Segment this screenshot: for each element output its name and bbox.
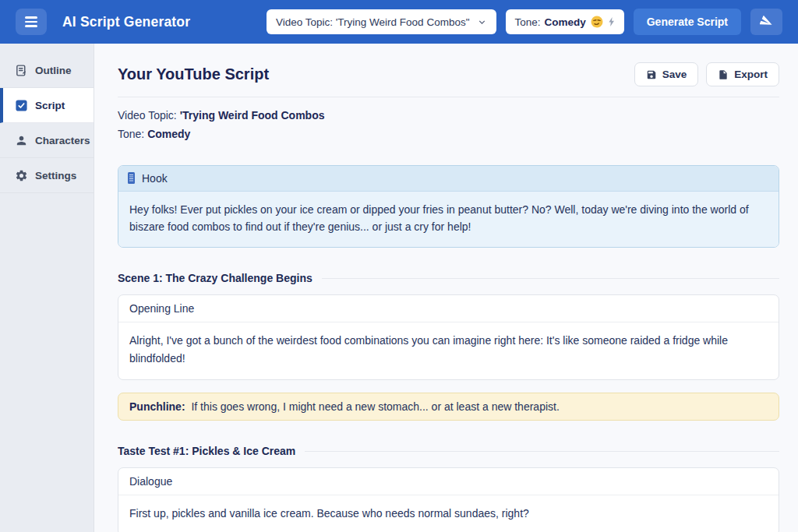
- app-window: AI Script Generator Video Topic: 'Trying…: [0, 0, 798, 532]
- hook-header: Hook: [118, 166, 779, 191]
- section-heading: Taste Test #1: Pickles & Ice Cream: [118, 445, 295, 457]
- tone-value: Comedy: [544, 16, 585, 28]
- hook-block[interactable]: Hook Hey folks! Ever put pickles on your…: [118, 165, 779, 248]
- menu-icon: [25, 16, 37, 18]
- sidebar-item-outline[interactable]: Outline: [0, 53, 94, 88]
- app-title: AI Script Generator: [62, 14, 190, 30]
- save-button[interactable]: Save: [634, 62, 699, 86]
- sidebar-item-label: Script: [35, 100, 65, 111]
- gear-icon: [15, 169, 28, 182]
- export-button[interactable]: Export: [706, 62, 779, 86]
- smirking-face-emoji: [590, 15, 604, 29]
- hook-text: Hey folks! Ever put pickles on your ice …: [118, 191, 779, 248]
- page-title: Your YouTube Script: [118, 65, 269, 83]
- topbar: AI Script Generator Video Topic: 'Trying…: [0, 0, 798, 44]
- meta-video-topic: Video Topic: 'Trying Weird Food Combos: [118, 107, 779, 125]
- card-title: Dialogue: [118, 468, 779, 495]
- person-icon: [15, 134, 28, 147]
- sidebar-item-script[interactable]: Script: [0, 88, 94, 123]
- video-topic-dropdown-label: Video Topic: 'Trying Weird Food Combos": [276, 16, 469, 28]
- hook-title: Hook: [142, 172, 168, 185]
- section-heading-rule: [322, 278, 779, 279]
- sidebar-item-label: Characters: [35, 135, 90, 146]
- meta-tone: Tone: Comedy: [118, 125, 779, 144]
- paper-plane-icon: [760, 16, 773, 29]
- generate-script-button[interactable]: Generate Script: [634, 9, 741, 35]
- scene-section-2: Taste Test #1: Pickles & Ice Cream Dialo…: [118, 445, 779, 532]
- chevron-down-icon: [477, 17, 487, 27]
- header-divider: [118, 97, 779, 97]
- save-button-label: Save: [662, 69, 687, 80]
- lightning-spark-icon: [608, 17, 616, 26]
- punchline-text: If this goes wrong, I might need a new s…: [191, 400, 559, 413]
- punchline-label: Punchline:: [129, 400, 185, 413]
- card-title: Opening Line: [118, 295, 779, 322]
- card-text: First up, pickles and vanilla ice cream.…: [118, 495, 779, 532]
- document-icon: [718, 69, 729, 80]
- tone-selector[interactable]: Tone: Comedy: [506, 9, 623, 34]
- video-topic-dropdown[interactable]: Video Topic: 'Trying Weird Food Combos": [267, 9, 496, 34]
- export-button-label: Export: [734, 69, 768, 80]
- sidebar-item-characters[interactable]: Characters: [0, 123, 94, 158]
- script-check-icon: [15, 99, 28, 112]
- outline-document-icon: [15, 64, 28, 77]
- tone-label: Tone:: [514, 16, 540, 28]
- scene-section-1: Scene 1: The Crazy Challenge Begins Open…: [118, 272, 779, 421]
- menu-button[interactable]: [16, 9, 47, 35]
- section-heading-rule: [305, 451, 779, 452]
- script-card[interactable]: Opening Line Alright, I've got a bunch o…: [118, 294, 779, 380]
- sidebar-item-label: Settings: [35, 170, 76, 181]
- sidebar-item-settings[interactable]: Settings: [0, 158, 94, 193]
- section-heading: Scene 1: The Crazy Challenge Begins: [118, 272, 312, 284]
- card-text: Alright, I've got a bunch of the weirdes…: [118, 322, 779, 379]
- main-content: Your YouTube Script Save Export Video To…: [94, 44, 798, 532]
- drag-grip-icon: [128, 172, 135, 184]
- script-meta: Video Topic: 'Trying Weird Food Combos T…: [118, 107, 779, 144]
- sidebar-item-label: Outline: [35, 65, 72, 76]
- save-floppy-icon: [646, 69, 657, 80]
- send-button[interactable]: [750, 9, 782, 35]
- punchline-box[interactable]: Punchline: If this goes wrong, I might n…: [118, 393, 779, 421]
- topbar-actions: Video Topic: 'Trying Weird Food Combos" …: [267, 9, 782, 35]
- sidebar: Outline Script Characters Settings: [0, 44, 94, 532]
- script-card[interactable]: Dialogue First up, pickles and vanilla i…: [118, 467, 779, 532]
